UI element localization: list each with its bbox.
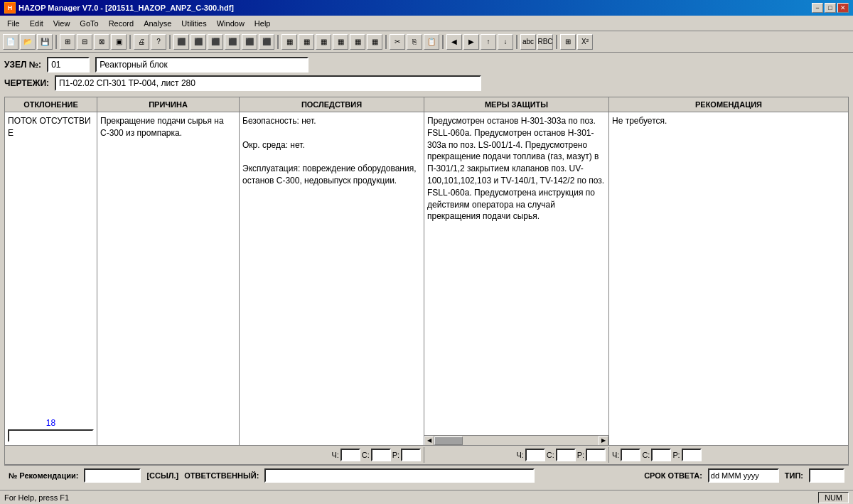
close-button[interactable]: ✕ (837, 3, 849, 13)
menu-utilities[interactable]: Utilities (177, 18, 210, 29)
recommendation-s-label: С: (642, 451, 650, 459)
toolbar-sep-7 (516, 35, 517, 49)
header-recommendation: РЕКОМЕНДАЦИЯ (609, 97, 848, 112)
toolbar-btn-16[interactable]: ▦ (281, 34, 297, 50)
recommendation-s-input[interactable] (651, 449, 671, 461)
toolbar-btn-7[interactable]: ▣ (111, 34, 127, 50)
consequence-ch-label: Ч: (331, 451, 338, 459)
toolbar-btn-5[interactable]: ⊟ (77, 34, 92, 50)
protection-ch-label: Ч: (516, 451, 523, 459)
scroll-track (434, 436, 599, 445)
cell-recommendation: Не требуется. (609, 112, 848, 445)
toolbar-btn-14[interactable]: ⬛ (242, 34, 257, 50)
menu-goto[interactable]: GoTo (75, 18, 102, 29)
node-description-input[interactable] (95, 57, 309, 73)
toolbar-btn-10[interactable]: ⬛ (173, 34, 189, 50)
scroll-left-btn[interactable]: ◀ (424, 436, 434, 446)
drawings-row: ЧЕРТЕЖИ: (4, 75, 849, 91)
recommendation-text: Не требуется. (612, 115, 845, 442)
toolbar-btn-26[interactable]: ▶ (463, 34, 479, 50)
toolbar-btn-18[interactable]: ▦ (316, 34, 331, 50)
cell-consequence: Безопасность: нет.Окр. среда: нет.Эксплу… (240, 112, 424, 445)
toolbar-sep-2 (129, 35, 131, 49)
protection-hscrollbar[interactable]: ◀ ▶ (424, 435, 608, 445)
toolbar-btn-9[interactable]: ? (151, 34, 166, 50)
menu-record[interactable]: Record (104, 18, 138, 29)
menu-edit[interactable]: Edit (26, 18, 48, 29)
responsible-input[interactable] (264, 468, 535, 483)
toolbar-btn-4[interactable]: ⊞ (60, 34, 75, 50)
toolbar-btn-11[interactable]: ⬛ (191, 34, 206, 50)
toolbar-new[interactable]: 📄 (3, 34, 18, 50)
protection-ch-input[interactable] (525, 449, 545, 461)
toolbar-btn-20[interactable]: ▦ (350, 34, 365, 50)
main-content: УЗЕЛ №: ЧЕРТЕЖИ: ОТКЛОНЕНИЕ ПРИЧИНА ПОСЛ… (0, 53, 853, 490)
toolbar-btn-13[interactable]: ⬛ (225, 34, 240, 50)
table-section: ОТКЛОНЕНИЕ ПРИЧИНА ПОСЛЕДСТВИЯ МЕРЫ ЗАЩИ… (4, 97, 849, 465)
menu-help[interactable]: Help (250, 18, 275, 29)
table-headers: ОТКЛОНЕНИЕ ПРИЧИНА ПОСЛЕДСТВИЯ МЕРЫ ЗАЩИ… (4, 97, 849, 112)
toolbar-btn-31[interactable]: ⊞ (560, 34, 576, 50)
toolbar-sep-6 (442, 35, 444, 49)
toolbar-copy[interactable]: ⎘ (407, 34, 422, 50)
toolbar-btn-30[interactable]: RBC (537, 34, 553, 50)
toolbar-cut[interactable]: ✂ (390, 34, 405, 50)
deviation-rating-area (5, 454, 97, 456)
toolbar-btn-6[interactable]: ⊠ (94, 34, 109, 50)
deviation-extra-input[interactable] (8, 429, 94, 442)
deadline-group: СРОК ОТВЕТА: (644, 471, 702, 480)
toolbar-btn-12[interactable]: ⬛ (208, 34, 223, 50)
node-label: УЗЕЛ №: (4, 60, 41, 70)
toolbar-paste[interactable]: 📋 (424, 34, 439, 50)
toolbar-btn-27[interactable]: ↑ (481, 34, 496, 50)
header-consequence: ПОСЛЕДСТВИЯ (240, 97, 424, 112)
consequence-ratings: Ч: С: Р: (240, 447, 424, 463)
type-input[interactable] (809, 468, 844, 483)
menu-analyse[interactable]: Analyse (139, 18, 176, 29)
rec-no-input[interactable] (84, 468, 141, 483)
responsible-group: ОТВЕТСТВЕННЫЙ: (184, 471, 259, 480)
header-cause: ПРИЧИНА (97, 97, 240, 112)
minimize-button[interactable]: − (812, 3, 823, 13)
menu-view[interactable]: View (49, 18, 75, 29)
toolbar-btn-25[interactable]: ◀ (446, 34, 462, 50)
cell-cause: Прекращение подачи сырья на С-300 из про… (97, 112, 240, 445)
protection-ratings: Ч: С: Р: (424, 447, 609, 463)
drawings-label: ЧЕРТЕЖИ: (4, 78, 49, 88)
consequence-s-input[interactable] (371, 449, 391, 461)
drawings-input[interactable] (55, 75, 481, 91)
toolbar-btn-29[interactable]: abc (520, 34, 536, 50)
rec-no-group: № Рекомендации: (9, 471, 78, 480)
toolbar-btn-19[interactable]: ▦ (333, 34, 348, 50)
protection-s-input[interactable] (556, 449, 576, 461)
consequence-r-input[interactable] (401, 449, 421, 461)
ratings-row: Ч: С: Р: Ч: С: Р: Ч: С: (4, 446, 849, 465)
toolbar-btn-21[interactable]: ▦ (367, 34, 382, 50)
type-group: ТИП: (785, 471, 803, 480)
protection-r-input[interactable] (586, 449, 606, 461)
restore-button[interactable]: □ (825, 3, 836, 13)
scroll-right-btn[interactable]: ▶ (599, 436, 608, 446)
node-number-input[interactable] (47, 57, 90, 73)
deadline-input[interactable] (708, 468, 779, 483)
title-bar: H HAZOP Manager V7.0 - [201511_HAZOP_ANP… (0, 0, 853, 16)
toolbar-btn-28[interactable]: ↓ (498, 34, 513, 50)
toolbar-sep-5 (385, 35, 387, 49)
toolbar-print[interactable]: 🖨 (134, 34, 149, 50)
recommendation-ch-input[interactable] (621, 449, 640, 461)
recommendation-r-input[interactable] (682, 449, 702, 461)
toolbar-save[interactable]: 💾 (37, 34, 53, 50)
consequence-text: Безопасность: нет.Окр. среда: нет.Эксплу… (242, 115, 421, 442)
recommendation-ch-label: Ч: (612, 451, 619, 459)
toolbar-btn-32[interactable]: X² (577, 34, 593, 50)
toolbar-btn-15[interactable]: ⬛ (259, 34, 274, 50)
type-label: ТИП: (785, 471, 803, 480)
menu-file[interactable]: File (3, 18, 24, 29)
toolbar-btn-17[interactable]: ▦ (299, 34, 314, 50)
toolbar-open[interactable]: 📂 (20, 34, 36, 50)
node-row: УЗЕЛ №: (4, 57, 849, 73)
deviation-text: ПОТОК ОТСУТСТВИ Е (8, 115, 94, 415)
menu-window[interactable]: Window (213, 18, 249, 29)
consequence-ch-input[interactable] (340, 449, 360, 461)
header-protection: МЕРЫ ЗАЩИТЫ (424, 97, 609, 112)
